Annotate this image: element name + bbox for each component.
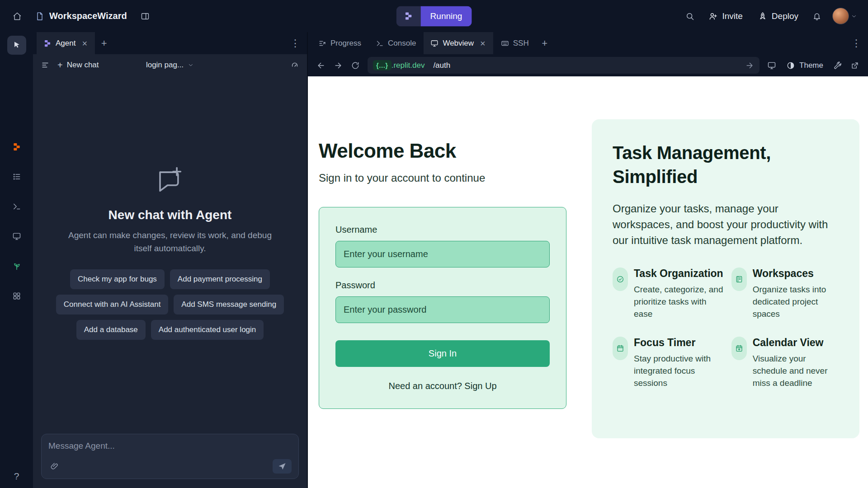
tab-console-label: Console bbox=[388, 39, 416, 48]
usage-button[interactable] bbox=[287, 57, 302, 73]
rail-select-tool-button[interactable] bbox=[7, 36, 26, 55]
rail-webview-button[interactable] bbox=[7, 227, 26, 246]
topbar: WorkspaceWizard Running Invite Deploy bbox=[0, 0, 868, 32]
account-menu[interactable] bbox=[830, 6, 860, 26]
url-field[interactable]: {...} .replit.dev /auth bbox=[368, 57, 760, 74]
message-composer[interactable] bbox=[41, 434, 299, 479]
rail-workflows-button[interactable] bbox=[7, 167, 26, 186]
rocket-icon bbox=[758, 12, 767, 21]
rail-apps-button[interactable] bbox=[7, 286, 26, 305]
gauge-icon bbox=[291, 61, 299, 69]
feature-task-organization: Task Organization Create, categorize, an… bbox=[613, 267, 723, 320]
chip-auth-login[interactable]: Add authenticated user login bbox=[151, 320, 264, 340]
message-input[interactable] bbox=[48, 441, 292, 451]
close-tab-icon[interactable]: × bbox=[479, 38, 486, 49]
password-label: Password bbox=[335, 280, 550, 291]
sign-in-button[interactable]: Sign In bbox=[335, 340, 550, 367]
grid-icon bbox=[12, 291, 21, 300]
theme-button[interactable]: Theme bbox=[781, 58, 828, 73]
list-icon bbox=[12, 172, 21, 181]
avatar bbox=[832, 8, 849, 24]
project-title-button[interactable]: WorkspaceWizard bbox=[32, 8, 131, 24]
invite-button[interactable]: Invite bbox=[703, 7, 748, 25]
panel-menu-button[interactable]: ⋮ bbox=[848, 35, 864, 52]
paperclip-icon bbox=[50, 462, 59, 471]
terminal-icon bbox=[376, 39, 384, 47]
feature-description: Visualize your schedule and never miss a… bbox=[753, 353, 841, 389]
chat-selector[interactable]: login pag... bbox=[142, 58, 198, 72]
agent-empty-state: New chat with Agent Agent can make chang… bbox=[33, 76, 307, 429]
back-button[interactable] bbox=[313, 58, 329, 73]
tab-progress[interactable]: Progress bbox=[311, 32, 368, 54]
new-chat-label: New chat bbox=[67, 61, 99, 70]
chip-payment[interactable]: Add payment processing bbox=[170, 269, 270, 289]
devtools-button[interactable] bbox=[764, 58, 779, 73]
chip-sms[interactable]: Add SMS message sending bbox=[174, 295, 284, 314]
feature-description: Stay productive with integrated focus se… bbox=[634, 353, 723, 389]
file-icon bbox=[35, 12, 44, 21]
username-label: Username bbox=[335, 225, 550, 235]
running-label: Running bbox=[421, 6, 472, 26]
send-icon bbox=[278, 462, 287, 471]
feature-calendar-view: Calendar View Visualize your schedule an… bbox=[731, 337, 841, 389]
deploy-button[interactable]: Deploy bbox=[752, 7, 804, 25]
add-tab-button[interactable]: + bbox=[96, 35, 112, 52]
new-chat-button[interactable]: + New chat bbox=[53, 57, 104, 73]
username-field[interactable] bbox=[335, 241, 550, 267]
search-button[interactable] bbox=[681, 7, 699, 25]
page-subtitle: Sign in to your account to continue bbox=[319, 172, 566, 184]
project-title: WorkspaceWizard bbox=[49, 11, 127, 21]
chevron-down-icon bbox=[188, 62, 194, 68]
person-plus-icon bbox=[708, 12, 717, 21]
tab-console[interactable]: Console bbox=[369, 32, 423, 54]
chat-list-button[interactable] bbox=[38, 57, 53, 73]
rail-shell-button[interactable] bbox=[7, 197, 26, 216]
chat-title: login pag... bbox=[146, 61, 184, 70]
home-button[interactable] bbox=[8, 7, 26, 25]
help-button[interactable]: ? bbox=[14, 471, 19, 482]
chip-database[interactable]: Add a database bbox=[76, 320, 146, 340]
send-button[interactable] bbox=[273, 459, 292, 474]
tab-progress-label: Progress bbox=[330, 39, 361, 48]
notifications-button[interactable] bbox=[808, 7, 826, 25]
workspace-pane: Progress Console Webview × SSH + ⋮ bbox=[308, 32, 868, 488]
go-arrow-icon[interactable] bbox=[745, 61, 754, 70]
refresh-button[interactable] bbox=[348, 58, 363, 73]
open-external-button[interactable] bbox=[847, 58, 863, 73]
agent-toolbar: + New chat login pag... bbox=[33, 54, 307, 76]
layout-button[interactable] bbox=[136, 7, 154, 25]
feature-description: Create, categorize, and prioritize tasks… bbox=[634, 284, 723, 320]
promo-title: Task Management, Simplified bbox=[613, 141, 807, 189]
rail-ecology-button[interactable] bbox=[7, 257, 26, 276]
run-status-button[interactable]: Running bbox=[396, 6, 472, 26]
panel-menu-button[interactable]: ⋮ bbox=[287, 35, 303, 52]
host-text: .replit.dev bbox=[392, 61, 425, 70]
chip-ai-assistant[interactable]: Connect with an AI Assistant bbox=[56, 295, 169, 314]
close-tab-icon[interactable]: × bbox=[81, 38, 88, 49]
tab-ssh[interactable]: SSH bbox=[494, 32, 536, 54]
tab-webview-label: Webview bbox=[443, 39, 474, 48]
password-field[interactable] bbox=[335, 296, 550, 323]
attach-button[interactable] bbox=[48, 460, 61, 473]
journal-icon bbox=[731, 267, 747, 291]
home-icon bbox=[13, 12, 22, 21]
signup-link[interactable]: Need an account? Sign Up bbox=[335, 381, 550, 391]
feature-title: Workspaces bbox=[753, 267, 841, 280]
external-link-icon bbox=[850, 61, 859, 70]
tab-webview[interactable]: Webview × bbox=[424, 32, 493, 54]
forward-button[interactable] bbox=[330, 58, 346, 73]
chip-check-bugs[interactable]: Check my app for bugs bbox=[70, 269, 165, 289]
settings-button[interactable] bbox=[830, 58, 845, 73]
arrow-left-icon bbox=[316, 61, 326, 70]
tab-agent[interactable]: Agent × bbox=[37, 32, 95, 54]
agent-icon bbox=[43, 39, 52, 47]
suggestion-chips: Check my app for bugs Add payment proces… bbox=[45, 269, 295, 340]
left-rail: ? bbox=[0, 32, 33, 488]
add-tab-button[interactable]: + bbox=[537, 35, 553, 52]
invite-label: Invite bbox=[722, 11, 742, 21]
promo-card: Task Management, Simplified Organize you… bbox=[592, 119, 859, 438]
empty-state-description: Agent can make changes, review its work,… bbox=[67, 229, 273, 255]
rail-replit-button[interactable] bbox=[7, 137, 26, 156]
chevron-down-icon bbox=[851, 13, 857, 19]
webview-urlbar: {...} .replit.dev /auth Theme bbox=[308, 54, 868, 76]
